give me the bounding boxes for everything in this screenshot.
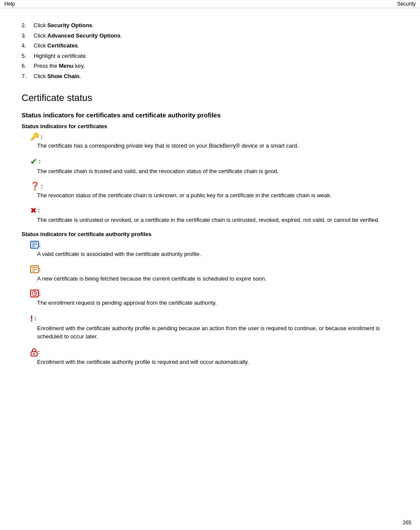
list-num: 2. [22, 21, 34, 30]
ca-icon-block-red-clock: : The enrollment request is pending appr… [22, 290, 398, 308]
cert-icon-block-x: ✖ : The certificate is untrusted or revo… [22, 207, 398, 225]
page-header: Help Security [0, 0, 420, 8]
cert-x-description: The certificate is untrusted or revoked,… [37, 216, 398, 224]
cert-icon-block-check: ✔ : The certificate chain is trusted and… [22, 157, 398, 177]
bold-text: Menu [59, 63, 74, 69]
list-item: 7. Click Show Chain. [22, 72, 398, 81]
ca-red-clock-icon [30, 290, 39, 297]
svg-line-11 [34, 293, 36, 294]
checkmark-icon: ✔ [30, 157, 38, 166]
ca-icon-row-lock: : [30, 348, 398, 356]
list-num: 6. [22, 62, 34, 70]
list-item: 5. Highlight a certificate. [22, 52, 398, 60]
list-num: 7. [22, 72, 34, 81]
ca-lock-icon [30, 348, 38, 356]
ca-orange-description: A new certificate is being fetched becau… [37, 274, 398, 283]
ca-icon-block-exclaim: ! : Enrollment with the certificate auth… [22, 314, 398, 342]
icon-colon: : [41, 133, 42, 140]
sub-heading: Status indicators for certificates and c… [22, 111, 398, 119]
numbered-list: 2. Click Security Options. 3. Click Adva… [22, 21, 398, 80]
list-text: Click Show Chain. [34, 72, 81, 81]
cert-check-description: The certificate chain is trusted and val… [37, 167, 398, 176]
ca-icon-row-list: : [30, 241, 398, 249]
cert-icon-block-key: 🔑 : The certificate has a corresponding … [22, 133, 398, 151]
cert-icon-row-key: 🔑 : [30, 133, 398, 140]
list-text: Press the Menu key. [34, 62, 85, 70]
ca-list-description: A valid certificate is associated with t… [37, 250, 398, 259]
icon-colon: : [38, 207, 40, 214]
ca-icon-row-orange: : [30, 265, 398, 273]
svg-point-13 [33, 353, 35, 355]
icon-colon: : [41, 183, 43, 189]
list-num: 4. [22, 41, 34, 50]
ca-red-clock-description: The enrollment request is pending approv… [37, 299, 398, 307]
list-num: 5. [22, 52, 34, 60]
icon-colon: : [39, 290, 41, 297]
x-icon: ✖ [30, 207, 37, 215]
ca-list-icon [30, 241, 39, 249]
list-item: 4. Click Certificates. [22, 41, 398, 50]
header-help-label: Help [4, 1, 15, 7]
question-icon: ❓ [30, 182, 40, 190]
icon-colon: : [39, 158, 41, 164]
ca-icon-block-orange: : A new certificate is being fetched bec… [22, 265, 398, 284]
header-security-label: Security [397, 1, 416, 7]
list-text: Highlight a certificate. [34, 52, 87, 60]
cert-icon-block-question: ❓ : The revocation status of the certifi… [22, 182, 398, 201]
ca-orange-icon [30, 265, 39, 273]
list-item: 6. Press the Menu key. [22, 62, 398, 70]
list-num: 3. [22, 32, 34, 40]
bold-text: Certificates [47, 42, 78, 49]
exclamation-icon: ! [30, 314, 33, 323]
list-text: Click Advanced Security Options. [34, 32, 122, 40]
section-heading: Certificate status [22, 92, 398, 104]
ca-icon-block-lock: : Enrollment with the certificate author… [22, 348, 398, 367]
list-item: 3. Click Advanced Security Options. [22, 32, 398, 40]
ca-icon-row-exclaim: ! : [30, 314, 398, 323]
main-content: 2. Click Security Options. 3. Click Adva… [0, 8, 420, 399]
cert-question-description: The revocation status of the certificate… [37, 191, 398, 200]
cert-icon-row-check: ✔ : [30, 157, 398, 166]
ca-icon-block-list: : A valid certificate is associated with… [22, 241, 398, 259]
icon-colon: : [39, 242, 41, 248]
ca-status-label: Status indicators for certificate author… [22, 231, 398, 237]
icon-colon: : [34, 315, 36, 322]
list-text: Click Certificates. [34, 41, 79, 50]
page-number: 265 [403, 520, 411, 526]
cert-key-description: The certificate has a corresponding priv… [37, 142, 398, 150]
ca-lock-description: Enrollment with the certificate authorit… [37, 358, 398, 366]
key-icon: 🔑 [30, 133, 39, 140]
bold-text: Security Options [47, 22, 92, 28]
list-item: 2. Click Security Options. [22, 21, 398, 30]
bold-text: Advanced Security Options [47, 32, 121, 39]
list-text: Click Security Options. [34, 21, 94, 30]
ca-exclaim-description: Enrollment with the certificate authorit… [37, 324, 398, 341]
bold-text: Show Chain [47, 73, 79, 79]
icon-colon: : [38, 349, 40, 355]
ca-icon-row-red-clock: : [30, 290, 398, 297]
cert-icon-row-question: ❓ : [30, 182, 398, 190]
icon-colon: : [39, 266, 41, 272]
cert-icon-row-x: ✖ : [30, 207, 398, 215]
cert-status-label: Status indicators for certificates [22, 123, 398, 129]
